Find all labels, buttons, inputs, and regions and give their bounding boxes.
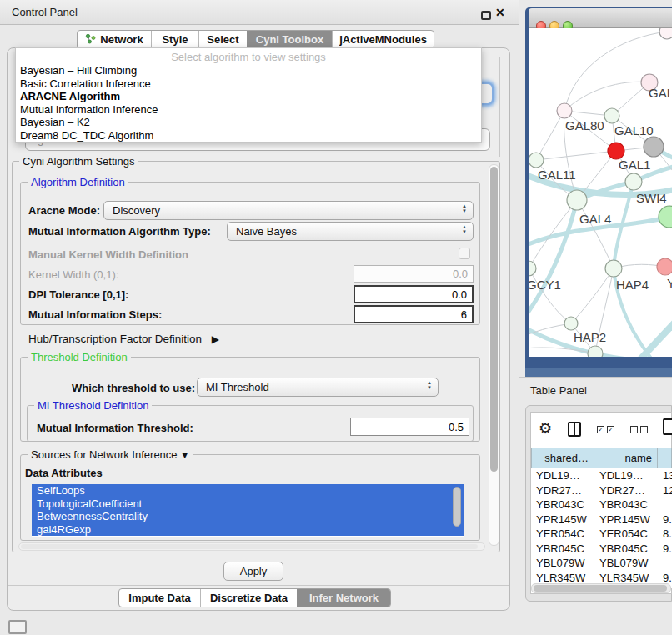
gear-icon[interactable]: ⚙ [539, 419, 552, 438]
network-canvas[interactable]: GAL GAL80 GAL10 GAL1 GAL11 SWI4 GAL4 GCY… [529, 28, 672, 357]
sources-group-title: Sources for Network Inference ▼ [28, 448, 193, 462]
floating-panel-icon[interactable] [8, 620, 27, 634]
tab-style[interactable]: Style [151, 31, 198, 48]
algorithm-option[interactable]: Bayesian – Hill Climbing [16, 64, 481, 78]
dpi-tolerance-field[interactable] [354, 285, 474, 303]
apply-button[interactable]: Apply [223, 562, 283, 581]
mi-threshold-field[interactable] [350, 418, 469, 436]
which-threshold-value: MI Threshold [206, 381, 269, 393]
node-green-large[interactable] [659, 206, 672, 228]
tab-discretize-data-label: Discretize Data [210, 592, 288, 604]
node-gcy1[interactable] [529, 261, 536, 276]
algorithm-definition-title: Algorithm Definition [28, 176, 128, 188]
node-gray[interactable] [644, 137, 664, 157]
table-row[interactable]: YER054CYER054C8. [531, 527, 672, 542]
document-icon[interactable] [663, 418, 672, 435]
float-window-icon[interactable] [481, 11, 491, 20]
tab-impute-data[interactable]: Impute Data [119, 589, 200, 607]
node-gal1[interactable] [608, 142, 624, 159]
node-hap4[interactable] [605, 260, 622, 277]
tab-cyni-toolbox-label: Cyni Toolbox [256, 33, 323, 46]
attribute-item[interactable]: TopologicalCoefficient [32, 498, 464, 511]
select-all-icon[interactable]: ✓ [597, 426, 604, 433]
settings-group-title: Cyni Algorithm Settings [19, 155, 138, 168]
settings-scrollbar-thumb[interactable] [490, 167, 498, 472]
node-labels: GAL GAL80 GAL10 GAL1 GAL11 SWI4 GAL4 GCY… [529, 86, 672, 344]
data-attributes-label: Data Attributes [25, 467, 103, 479]
tab-infer-network-label: Infer Network [309, 592, 379, 604]
column-header-name[interactable]: name [594, 448, 658, 468]
node-label: GCY1 [529, 278, 561, 292]
hub-definition-toggle[interactable]: Hub/Transcription Factor Definition ▶ [28, 332, 219, 345]
aracne-mode-value: Discovery [113, 204, 160, 217]
column-header[interactable] [658, 448, 672, 468]
algorithm-option-selected[interactable]: ARACNE Algorithm [16, 90, 481, 103]
algorithm-option[interactable]: Basic Correlation Inference [16, 78, 481, 91]
settings-hscrollbar-thumb[interactable] [21, 544, 478, 549]
node-salmon[interactable] [657, 258, 672, 275]
node-hap2[interactable] [564, 317, 578, 330]
sources-title-text: Sources for Network Inference [31, 448, 178, 461]
groupbox-edge-fragment [499, 57, 500, 157]
attribute-item[interactable]: SelfLoops [32, 484, 464, 498]
attribute-item[interactable]: gal4RGexp [32, 523, 464, 537]
tab-infer-network[interactable]: Infer Network [297, 589, 390, 607]
node-gal11[interactable] [529, 152, 544, 168]
mi-steps-field[interactable] [354, 305, 474, 323]
column-header-shared-name[interactable]: shared… [531, 448, 594, 468]
node-gal10[interactable] [604, 108, 619, 123]
settings-hscrollbar[interactable] [18, 542, 485, 551]
tab-style-label: Style [162, 33, 188, 46]
algorithm-option[interactable]: Mutual Information Inference [16, 103, 481, 117]
stepper-icon: ▲▼ [427, 380, 432, 390]
table-row[interactable]: YBL079WYBL079W [531, 556, 672, 571]
expand-arrow-icon[interactable]: ▼ [180, 450, 189, 460]
node-label: GAL11 [538, 168, 576, 182]
collapse-arrow-icon[interactable]: ▶ [212, 333, 219, 345]
which-threshold-label: Which threshold to use: [72, 382, 195, 394]
which-threshold-select[interactable]: MI Threshold ▲▼ [197, 378, 439, 397]
tab-jactivemnodules[interactable]: jActiveMNodules [332, 31, 434, 48]
tab-cyni-toolbox[interactable]: Cyni Toolbox [247, 31, 332, 48]
table-body[interactable]: YDL19…YDL19…13 YDR27…YDR27…12 YBR043CYBR… [531, 468, 672, 588]
tab-select-label: Select [207, 33, 238, 46]
table-row[interactable]: YDL19…YDL19…13 [531, 468, 672, 483]
dpi-tolerance-label: DPI Tolerance [0,1]: [28, 288, 128, 301]
select-all-icon[interactable]: ✓ [607, 426, 614, 433]
table-hscrollbar[interactable] [531, 583, 671, 593]
attribute-item[interactable]: BetweennessCentrality [32, 510, 464, 523]
table-row[interactable]: YDR27…YDR27…12 [531, 483, 672, 498]
node[interactable] [588, 346, 603, 357]
table-row[interactable]: YPR145WYPR145W9. [531, 512, 672, 528]
mi-type-select[interactable]: Naive Bayes ▲▼ [227, 222, 474, 241]
table-header: shared… name [531, 448, 672, 468]
table-hscrollbar-thumb[interactable] [534, 585, 667, 592]
algorithm-placeholder: Select algorithm to view settings [16, 48, 481, 64]
table-row[interactable]: YBR043CYBR043C [531, 498, 672, 512]
algorithm-option[interactable]: Bayesian – K2 [16, 116, 481, 129]
aracne-mode-select[interactable]: Discovery ▲▼ [103, 201, 474, 220]
tab-network[interactable]: Network [78, 31, 151, 48]
node-label: SWI4 [636, 191, 667, 205]
node-gal80[interactable] [557, 103, 572, 118]
node[interactable] [659, 28, 672, 39]
mi-steps-label: Mutual Information Steps: [28, 308, 162, 321]
close-icon[interactable]: ✕ [495, 5, 505, 20]
deselect-all-icon[interactable] [630, 426, 638, 433]
node-swi4[interactable] [625, 173, 642, 190]
columns-icon[interactable] [568, 422, 581, 437]
network-graph[interactable]: GAL GAL80 GAL10 GAL1 GAL11 SWI4 GAL4 GCY… [529, 28, 672, 357]
attribute-list-scrollbar-thumb[interactable] [453, 487, 461, 527]
tab-discretize-data[interactable]: Discretize Data [200, 589, 297, 607]
table-row[interactable]: YBR045CYBR045C9. [531, 542, 672, 557]
tab-select[interactable]: Select [198, 31, 247, 48]
data-attributes-list[interactable]: SelfLoops TopologicalCoefficient Between… [32, 484, 464, 538]
settings-scrollbar[interactable] [489, 164, 499, 546]
node-label: GAL10 [614, 123, 654, 138]
node-gal4[interactable] [567, 190, 587, 210]
algorithm-option[interactable]: Dream8 DC_TDC Algorithm [16, 129, 481, 142]
deselect-all-icon[interactable] [640, 426, 648, 433]
kernel-width-field [354, 265, 474, 282]
node-label: GAL4 [579, 212, 611, 226]
network-window-titlebar[interactable] [529, 8, 672, 28]
